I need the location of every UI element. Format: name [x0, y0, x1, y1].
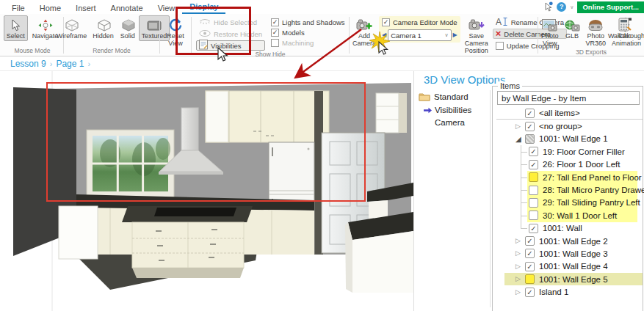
group-label-calc [610, 47, 640, 56]
tree-checkbox[interactable] [529, 186, 538, 195]
vr-headset-icon [587, 18, 604, 32]
tree-row[interactable]: 27: Tall End Panel to Floor [496, 171, 643, 183]
tree-checkbox[interactable] [529, 211, 538, 220]
tree-row[interactable]: ✓1001: Wall [496, 222, 643, 235]
photo-view-button[interactable]: Photo View [538, 15, 562, 48]
add-camera-button[interactable]: Add Camera [351, 15, 377, 48]
reset-view-label: Reset View [165, 33, 186, 48]
tree-row[interactable]: ✓<all items> [496, 107, 643, 120]
cooktop [154, 208, 236, 216]
calc-label: Calc [618, 33, 632, 40]
reset-arrow-icon [168, 18, 183, 32]
tree-row[interactable]: 29: Tall Sliding Pantry Left [496, 197, 643, 209]
group-camera-management: Add Camera ✓ Camera Editor Mode ◀ Camera… [351, 15, 536, 56]
hidden-button[interactable]: Hidden [90, 15, 117, 41]
select-button[interactable]: Select [4, 15, 28, 41]
items-groupbox-label: Items [498, 81, 522, 90]
grouping-select[interactable]: by Wall Edge - by Item [497, 91, 640, 105]
tree-checkbox[interactable] [525, 274, 535, 284]
nav-visibilities[interactable]: Visibilities [419, 103, 490, 116]
items-groupbox: Items by Wall Edge - by Item ✓<all items… [492, 86, 643, 311]
group-separator [349, 17, 350, 54]
toggle-lights-and-shadows[interactable]: ✓Lights and Shadows [271, 18, 345, 26]
online-support-button[interactable]: Online Support... [577, 1, 644, 13]
help-icon[interactable]: ? [557, 2, 566, 12]
kitchen-render [0, 71, 413, 311]
checkbox[interactable] [271, 39, 279, 47]
add-camera-icon [356, 18, 372, 32]
tree-checkbox[interactable]: ✓ [525, 288, 535, 297]
help-dropdown-chevron[interactable]: ∨ [570, 4, 574, 10]
camera-next-icon[interactable]: ▶ [453, 32, 457, 39]
tree-row[interactable]: ▷✓<no group> [496, 120, 643, 132]
tab-home[interactable]: Home [32, 1, 68, 14]
wireframe-cube-icon [63, 18, 79, 32]
save-camera-position-button[interactable]: Save Camera Position [462, 15, 491, 56]
tree-item-label: <all items> [539, 109, 580, 117]
tree-checkbox[interactable]: ✓ [529, 147, 538, 156]
group-label-reset [162, 48, 189, 56]
tab-annotate[interactable]: Annotate [104, 1, 151, 14]
tab-view[interactable]: View [151, 1, 183, 14]
tab-file[interactable]: File [4, 1, 32, 14]
tree-item-label: 19: Floor Corner Filler [543, 147, 625, 156]
3d-viewport[interactable] [0, 71, 413, 311]
tree-checkbox[interactable]: ✓ [525, 122, 535, 131]
titlebar-right: ? ∨ Online Support... [544, 0, 644, 14]
wireframe-button[interactable]: Wireframe [54, 15, 90, 41]
tree-row[interactable]: ▷✓1001: Wall Edge 3 [496, 247, 643, 260]
breadcrumb-lesson[interactable]: Lesson 9 [10, 59, 46, 69]
tree-row[interactable]: ▷✓1001: Wall Edge 2 [496, 235, 643, 247]
breadcrumb-page[interactable]: Page 1 [56, 59, 84, 69]
tree-checkbox[interactable]: ✓ [525, 262, 535, 271]
tree-checkbox[interactable]: ✓ [525, 109, 535, 118]
tree-row[interactable]: ✓19: Floor Corner Filler [496, 145, 643, 158]
tree-item-label: Island 1 [539, 288, 568, 296]
expander-closed-icon[interactable]: ▷ [515, 274, 525, 284]
glb-button[interactable]: GLB [562, 15, 583, 41]
tree-checkbox[interactable]: ✓ [529, 224, 538, 233]
expander-closed-icon[interactable]: ▷ [515, 288, 525, 297]
expander-closed-icon[interactable]: ▷ [515, 122, 525, 131]
tree-checkbox[interactable] [529, 198, 538, 208]
tree-checkbox[interactable] [525, 134, 535, 144]
tree-row[interactable]: ▷✓1001: Wall Edge 4 [496, 260, 643, 273]
toggle-label: Machining [282, 39, 314, 47]
toggle-models[interactable]: ✓Models [271, 28, 345, 37]
tree-row[interactable]: ▷1001: Wall Edge 5 [496, 273, 643, 285]
expander-closed-icon[interactable]: ▷ [515, 262, 525, 271]
tree-row[interactable]: ◢1001: Wall Edge 1 [496, 133, 643, 145]
camera-select[interactable]: Camera 1 ∨ [388, 29, 451, 41]
checkbox[interactable]: ✓ [271, 18, 279, 26]
toggle-machining[interactable]: Machining [271, 38, 345, 47]
visibilities-button[interactable]: Visibilities [196, 40, 265, 51]
photo-vr360-button[interactable]: Photo VR360 [583, 15, 609, 48]
calc-button[interactable]: Calc [615, 15, 635, 41]
tree-row[interactable]: 28: Tall Micro Pantry Drawer [496, 183, 643, 196]
checkbox[interactable]: ✓ [271, 29, 279, 37]
tab-display[interactable]: Display [182, 0, 225, 14]
tab-insert[interactable]: Insert [68, 1, 104, 14]
camera-editor-mode-checkbox[interactable]: ✓ [382, 18, 390, 26]
expander-closed-icon[interactable]: ▷ [515, 236, 525, 246]
tree-row[interactable]: ✓26: Floor 1 Door Left [496, 158, 643, 171]
tree-checkbox[interactable]: ✓ [529, 160, 538, 169]
tree-checkbox[interactable] [529, 172, 538, 182]
expander-open-icon[interactable]: ◢ [515, 134, 525, 144]
tree-row[interactable]: ▷✓Island 1 [496, 285, 643, 298]
visibilities-icon [199, 40, 208, 51]
tree-item-label: 27: Tall End Panel to Floor [543, 173, 642, 182]
nav-camera[interactable]: Camera [419, 116, 490, 128]
camera-prev-icon[interactable]: ◀ [382, 32, 386, 39]
tree-row[interactable]: 30: Wall 1 Door Left [496, 209, 643, 222]
solid-button[interactable]: Solid [117, 15, 139, 41]
pointer-notification-icon[interactable] [544, 1, 553, 13]
tree-checkbox[interactable]: ✓ [525, 249, 535, 258]
reset-view-button[interactable]: Reset View [162, 15, 189, 48]
expander-closed-icon[interactable]: ▷ [515, 249, 525, 258]
nav-standard[interactable]: Standard [419, 90, 490, 103]
update-cropping-checkbox[interactable] [496, 42, 504, 50]
hide-selected-button[interactable]: Hide Selected [196, 17, 265, 27]
tree-checkbox[interactable]: ✓ [525, 236, 535, 246]
restore-hidden-button[interactable]: Restore Hidden [196, 29, 265, 39]
